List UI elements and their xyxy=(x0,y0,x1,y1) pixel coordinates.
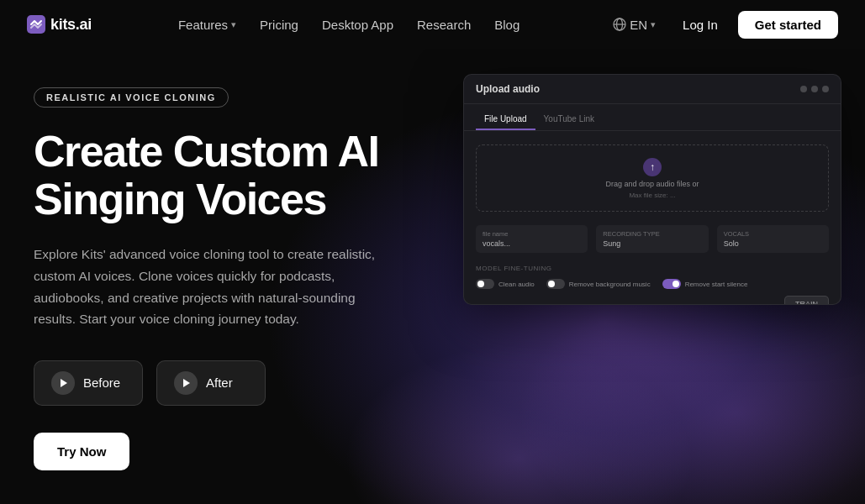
toggle-remove-silence-label: Remove start silence xyxy=(685,281,748,288)
screenshot-meta: file name vocals... RECORDING TYPE Sung … xyxy=(464,225,841,253)
tab-file-upload[interactable]: File Upload xyxy=(476,111,535,130)
chevron-down-icon: ▾ xyxy=(651,19,656,30)
toggle-remove-silence-switch[interactable] xyxy=(662,279,681,289)
language-selector[interactable]: EN ▾ xyxy=(606,13,662,37)
hero-description: Explore Kits' advanced voice cloning too… xyxy=(34,244,387,329)
toggle-remove-bg-switch[interactable] xyxy=(546,279,565,289)
section-label: MODEL FINE-TUNING xyxy=(464,261,841,276)
window-maximize xyxy=(822,86,829,92)
logo-icon xyxy=(27,15,45,34)
meta-recording-type: RECORDING TYPE Sung xyxy=(596,225,708,253)
hero-section: REALISTIC AI VOICE CLONING Create Custom… xyxy=(0,49,865,504)
window-close xyxy=(800,86,807,92)
meta-value-filename: vocals... xyxy=(483,239,581,248)
screenshot-title: Upload audio xyxy=(476,83,540,95)
toggle-remove-silence: Remove start silence xyxy=(662,279,748,289)
toggle-clean-audio: Clean audio xyxy=(476,279,535,289)
nav-research[interactable]: Research xyxy=(407,13,481,37)
toggle-clean-audio-label: Clean audio xyxy=(498,281,535,288)
meta-label-vocals: VOCALS xyxy=(724,230,822,238)
meta-value-vocals: Solo xyxy=(724,239,822,248)
try-now-button[interactable]: Try Now xyxy=(34,433,129,470)
toggle-remove-bg: Remove background music xyxy=(546,279,651,289)
upload-area[interactable]: ↑ Drag and drop audio files or Max file … xyxy=(476,144,829,212)
meta-filename: file name vocals... xyxy=(476,225,588,253)
nav-right: EN ▾ Log In Get started xyxy=(606,11,838,39)
tab-youtube-link[interactable]: YouTube Link xyxy=(535,111,603,130)
navbar: kits.ai Features ▾ Pricing Desktop App R… xyxy=(0,0,865,49)
svg-rect-0 xyxy=(27,15,45,34)
play-icon-before xyxy=(51,371,75,395)
app-screenshot: Upload audio File Upload YouTube Link ↑ … xyxy=(463,74,841,305)
upload-text: Drag and drop audio files or xyxy=(605,180,699,188)
train-button[interactable]: TRAIN xyxy=(784,296,829,305)
hero-badge: REALISTIC AI VOICE CLONING xyxy=(34,87,229,108)
window-controls xyxy=(800,86,829,92)
meta-label-recording: RECORDING TYPE xyxy=(603,230,701,238)
meta-value-recording: Sung xyxy=(603,239,701,248)
window-minimize xyxy=(811,86,818,92)
nav-features[interactable]: Features ▾ xyxy=(168,13,246,37)
login-button[interactable]: Log In xyxy=(672,13,728,37)
audio-buttons: Before After xyxy=(34,360,420,406)
screenshot-header: Upload audio xyxy=(464,75,841,104)
hero-content: REALISTIC AI VOICE CLONING Create Custom… xyxy=(34,79,420,470)
toggle-clean-audio-switch[interactable] xyxy=(476,279,494,289)
get-started-button[interactable]: Get started xyxy=(738,11,838,39)
globe-icon xyxy=(613,18,626,31)
play-icon-after xyxy=(174,371,198,395)
screenshot-toggles: Clean audio Remove background music Remo… xyxy=(464,279,841,289)
logo[interactable]: kits.ai xyxy=(27,15,92,34)
meta-label-filename: file name xyxy=(483,230,581,238)
toggle-remove-bg-label: Remove background music xyxy=(569,281,651,288)
screenshot-tabs: File Upload YouTube Link xyxy=(464,104,841,131)
upload-icon: ↑ xyxy=(643,158,662,176)
logo-text: kits.ai xyxy=(50,16,92,34)
nav-blog[interactable]: Blog xyxy=(484,13,530,37)
screenshot-footer: TRAIN xyxy=(464,289,841,305)
screenshot-window: Upload audio File Upload YouTube Link ↑ … xyxy=(463,74,841,305)
nav-desktop-app[interactable]: Desktop App xyxy=(312,13,403,37)
before-button[interactable]: Before xyxy=(34,360,143,406)
nav-links: Features ▾ Pricing Desktop App Research … xyxy=(168,13,530,37)
meta-vocals: VOCALS Solo xyxy=(717,225,829,253)
nav-pricing[interactable]: Pricing xyxy=(250,13,309,37)
chevron-down-icon: ▾ xyxy=(231,19,236,30)
hero-title: Create Custom AI Singing Voices xyxy=(34,128,420,223)
after-button[interactable]: After xyxy=(156,360,266,406)
upload-subtext: Max file size: ... xyxy=(629,192,675,199)
